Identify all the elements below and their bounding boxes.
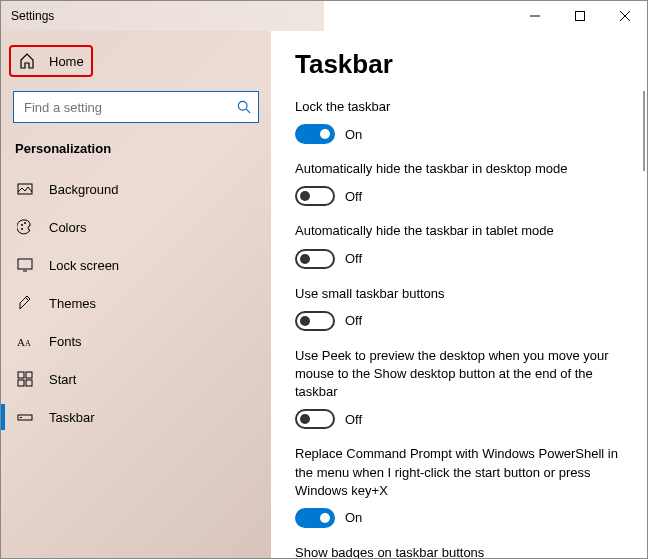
home-label: Home (49, 54, 84, 69)
setting-badges: Show badges on taskbar buttons On (295, 544, 623, 558)
lock-screen-icon (17, 257, 33, 273)
toggle-autohide-tablet[interactable] (295, 249, 335, 269)
content-area: Home Personalization Background Colors (1, 31, 647, 558)
sidebar-item-label: Lock screen (49, 258, 119, 273)
scrollbar-thumb[interactable] (643, 91, 645, 171)
titlebar: Settings (1, 1, 647, 31)
window-controls (512, 1, 647, 31)
background-icon (17, 181, 33, 197)
sidebar-item-lockscreen[interactable]: Lock screen (1, 246, 271, 284)
sidebar: Home Personalization Background Colors (1, 31, 271, 558)
setting-powershell: Replace Command Prompt with Windows Powe… (295, 445, 623, 528)
toggle-small-buttons[interactable] (295, 311, 335, 331)
sidebar-item-label: Start (49, 372, 76, 387)
sidebar-item-start[interactable]: Start (1, 360, 271, 398)
page-title: Taskbar (295, 49, 623, 80)
toggle-state: Off (345, 189, 362, 204)
svg-line-5 (246, 109, 250, 113)
svg-rect-17 (18, 380, 24, 386)
search-icon (237, 100, 251, 114)
themes-icon (17, 295, 33, 311)
minimize-icon (530, 11, 540, 21)
nav-list: Background Colors Lock screen Themes AA … (1, 170, 271, 436)
setting-label: Automatically hide the taskbar in tablet… (295, 222, 623, 240)
window-title: Settings (1, 9, 54, 23)
toggle-peek[interactable] (295, 409, 335, 429)
setting-label: Use small taskbar buttons (295, 285, 623, 303)
svg-rect-18 (26, 380, 32, 386)
sidebar-item-label: Fonts (49, 334, 82, 349)
toggle-powershell[interactable] (295, 508, 335, 528)
home-icon (19, 53, 35, 69)
home-button[interactable]: Home (9, 45, 93, 77)
start-icon (17, 371, 33, 387)
toggle-state: On (345, 510, 362, 525)
setting-label: Show badges on taskbar buttons (295, 544, 623, 558)
svg-text:A: A (25, 339, 31, 348)
setting-small-buttons: Use small taskbar buttons Off (295, 285, 623, 331)
section-heading: Personalization (1, 141, 271, 170)
sidebar-item-label: Themes (49, 296, 96, 311)
sidebar-item-colors[interactable]: Colors (1, 208, 271, 246)
svg-point-7 (21, 224, 23, 226)
maximize-button[interactable] (557, 1, 602, 31)
setting-label: Use Peek to preview the desktop when you… (295, 347, 623, 402)
svg-point-4 (238, 101, 247, 110)
sidebar-item-label: Colors (49, 220, 87, 235)
colors-icon (17, 219, 33, 235)
svg-point-9 (21, 228, 23, 230)
svg-rect-16 (26, 372, 32, 378)
setting-label: Lock the taskbar (295, 98, 623, 116)
main-panel[interactable]: Taskbar Lock the taskbar On Automaticall… (271, 31, 647, 558)
fonts-icon: AA (17, 333, 33, 349)
close-button[interactable] (602, 1, 647, 31)
close-icon (620, 11, 630, 21)
sidebar-item-themes[interactable]: Themes (1, 284, 271, 322)
toggle-state: On (345, 127, 362, 142)
maximize-icon (575, 11, 585, 21)
search-input[interactable] (13, 91, 259, 123)
toggle-autohide-desktop[interactable] (295, 186, 335, 206)
setting-autohide-tablet: Automatically hide the taskbar in tablet… (295, 222, 623, 268)
svg-point-8 (24, 222, 26, 224)
setting-peek: Use Peek to preview the desktop when you… (295, 347, 623, 430)
setting-lock-taskbar: Lock the taskbar On (295, 98, 623, 144)
setting-label: Replace Command Prompt with Windows Powe… (295, 445, 623, 500)
toggle-state: Off (345, 412, 362, 427)
svg-text:A: A (17, 336, 25, 348)
sidebar-item-label: Background (49, 182, 118, 197)
svg-line-12 (26, 298, 28, 300)
sidebar-item-label: Taskbar (49, 410, 95, 425)
search-container (13, 91, 259, 123)
svg-rect-20 (20, 417, 22, 418)
sidebar-item-fonts[interactable]: AA Fonts (1, 322, 271, 360)
setting-autohide-desktop: Automatically hide the taskbar in deskto… (295, 160, 623, 206)
svg-rect-15 (18, 372, 24, 378)
settings-window: Settings Home (0, 0, 648, 559)
toggle-state: Off (345, 313, 362, 328)
setting-label: Automatically hide the taskbar in deskto… (295, 160, 623, 178)
sidebar-item-background[interactable]: Background (1, 170, 271, 208)
svg-rect-10 (18, 259, 32, 269)
toggle-state: Off (345, 251, 362, 266)
taskbar-icon (17, 409, 33, 425)
svg-rect-1 (575, 12, 584, 21)
minimize-button[interactable] (512, 1, 557, 31)
toggle-lock-taskbar[interactable] (295, 124, 335, 144)
sidebar-item-taskbar[interactable]: Taskbar (1, 398, 271, 436)
